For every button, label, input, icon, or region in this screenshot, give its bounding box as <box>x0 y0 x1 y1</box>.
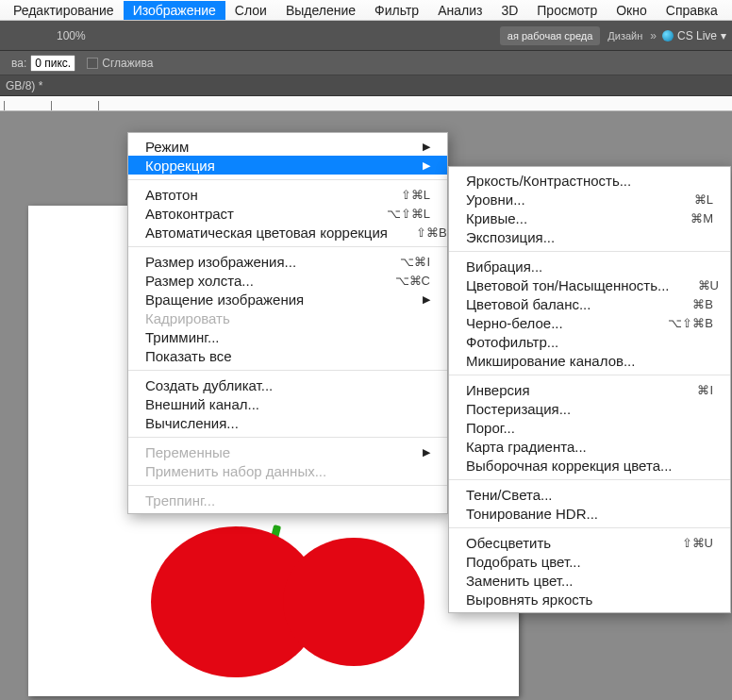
menu-image-item[interactable]: Коррекция▶ <box>128 156 447 175</box>
menu-item-9[interactable]: Справка <box>657 1 727 20</box>
menu-item-shortcut: ⌥⇧⌘B <box>668 316 713 330</box>
antialias-label: Сглажива <box>102 57 153 70</box>
submenu-adjustments-item[interactable]: Яркость/Контрастность... <box>449 171 730 190</box>
menu-image-item[interactable]: Создать дубликат... <box>128 375 447 394</box>
workspace-design[interactable]: Дизайн <box>607 30 642 42</box>
menu-item-label: Яркость/Контрастность... <box>466 173 713 189</box>
menu-item-shortcut: ⌘M <box>690 211 713 225</box>
menu-item-label: Режим <box>145 139 423 155</box>
submenu-adjustments-item[interactable]: Тени/Света... <box>449 485 730 504</box>
cs-live-button[interactable]: CS Live▾ <box>662 29 726 42</box>
menu-item-label: Автотон <box>145 187 373 203</box>
chevrons-icon[interactable]: » <box>650 29 657 42</box>
workspace: Режим▶Коррекция▶Автотон⇧⌘LАвтоконтраст⌥⇧… <box>0 111 732 700</box>
submenu-adjustments-item[interactable]: Инверсия⌘I <box>449 380 730 399</box>
menu-item-label: Создать дубликат... <box>145 377 430 393</box>
menu-item-label: Показать все <box>145 348 430 364</box>
submenu-arrow-icon: ▶ <box>423 293 430 306</box>
menu-item-3[interactable]: Выделение <box>276 1 365 20</box>
menu-item-label: Порог... <box>466 420 713 436</box>
menu-item-shortcut: ⌘U <box>698 278 719 292</box>
menu-item-shortcut: ⇧⌘U <box>682 536 713 550</box>
submenu-arrow-icon: ▶ <box>423 141 430 153</box>
menu-item-6[interactable]: 3D <box>491 1 527 20</box>
submenu-adjustments-item[interactable]: Экспозиция... <box>449 227 730 246</box>
submenu-adjustments-item[interactable]: Выборочная коррекция цвета... <box>449 456 730 475</box>
menu-item-2[interactable]: Слои <box>225 1 276 20</box>
submenu-adjustments-item[interactable]: Микширование каналов... <box>449 351 730 370</box>
options-bar: ва: Сглажива <box>0 51 732 75</box>
submenu-adjustments-item[interactable]: Фотофильтр... <box>449 332 730 351</box>
antialias-checkbox[interactable] <box>87 58 98 69</box>
submenu-adjustments-item[interactable]: Кривые...⌘M <box>449 208 730 227</box>
menu-item-8[interactable]: Окно <box>607 1 657 20</box>
cs-live-icon <box>662 30 674 42</box>
menu-image-item[interactable]: Показать все <box>128 346 447 365</box>
submenu-adjustments-item[interactable]: Черно-белое...⌥⇧⌘B <box>449 313 730 332</box>
submenu-adjustments-item[interactable]: Цветовой тон/Насыщенность...⌘U <box>449 275 730 294</box>
menu-image-separator <box>128 437 447 438</box>
menu-item-label: Вибрация... <box>466 258 713 275</box>
submenu-adjustments: Яркость/Контрастность...Уровни...⌘LКривы… <box>448 166 731 613</box>
menu-item-label: Размер изображения... <box>145 254 372 270</box>
menu-image-item[interactable]: Размер изображения...⌥⌘I <box>128 252 447 271</box>
menu-item-shortcut: ⌥⌘C <box>395 274 430 288</box>
menu-image-item[interactable]: Автотон⇧⌘L <box>128 185 447 204</box>
menu-item-1[interactable]: Изображение <box>124 1 225 20</box>
submenu-adjustments-item[interactable]: Тонирование HDR... <box>449 504 730 523</box>
menu-image-item: Применить набор данных... <box>128 461 447 480</box>
menu-item-label: Микширование каналов... <box>466 353 713 369</box>
menu-item-label: Внешний канал... <box>145 396 430 412</box>
document-tabbar: GB/8) * <box>0 75 732 96</box>
submenu-adjustments-item[interactable]: Заменить цвет... <box>449 571 730 590</box>
menu-item-7[interactable]: Просмотр <box>527 1 607 20</box>
menu-image-item[interactable]: Режим▶ <box>128 137 447 156</box>
menu-image-separator <box>128 370 447 371</box>
submenu-adjustments-item[interactable]: Цветовой баланс...⌘B <box>449 294 730 313</box>
zoom-level[interactable]: 100% <box>57 29 86 42</box>
menu-image-item[interactable]: Автоконтраст⌥⇧⌘L <box>128 204 447 223</box>
menu-item-label: Переменные <box>145 444 423 460</box>
submenu-arrow-icon: ▶ <box>423 446 430 458</box>
menu-item-shortcut: ⌘L <box>694 192 713 207</box>
cs-live-label: CS Live <box>677 29 717 42</box>
menu-item-label: Обесцветить <box>466 535 654 551</box>
menu-item-5[interactable]: Анализ <box>428 1 491 20</box>
menu-item-label: Постеризация... <box>466 401 713 417</box>
menu-image-item[interactable]: Внешний канал... <box>128 394 447 413</box>
menubar: РедактированиеИзображениеСлоиВыделениеФи… <box>0 0 732 21</box>
menu-item-0[interactable]: Редактирование <box>4 1 124 20</box>
menu-item-label: Цветовой тон/Насыщенность... <box>466 277 670 293</box>
submenu-adjustments-item[interactable]: Выровнять яркость <box>449 590 730 608</box>
submenu-adjustments-item[interactable]: Обесцветить⇧⌘U <box>449 533 730 552</box>
menu-image-item[interactable]: Размер холста...⌥⌘C <box>128 271 447 290</box>
menu-item-label: Выборочная коррекция цвета... <box>466 458 713 474</box>
menu-item-label: Заменить цвет... <box>466 573 713 589</box>
submenu-adjustments-separator <box>449 251 730 252</box>
submenu-adjustments-item[interactable]: Подобрать цвет... <box>449 552 730 571</box>
app-toolbar: 100% ая рабочая среда Дизайн » CS Live▾ <box>0 21 732 51</box>
workspace-selector[interactable]: ая рабочая среда <box>500 26 600 45</box>
menu-item-label: Коррекция <box>145 158 423 174</box>
menu-item-shortcut: ⌘I <box>697 383 713 397</box>
menu-item-label: Экспозиция... <box>466 229 713 245</box>
submenu-arrow-icon: ▶ <box>423 159 430 172</box>
submenu-adjustments-item[interactable]: Вибрация... <box>449 257 730 275</box>
menu-image-item[interactable]: Вычисления... <box>128 413 447 432</box>
menu-item-label: Кривые... <box>466 210 662 226</box>
menu-item-shortcut: ⇧⌘L <box>401 188 430 202</box>
document-tab[interactable]: GB/8) * <box>6 79 42 92</box>
menu-item-4[interactable]: Фильтр <box>365 1 428 20</box>
menu-item-label: Фотофильтр... <box>466 334 713 350</box>
menu-item-label: Применить набор данных... <box>145 463 430 479</box>
menu-image-item[interactable]: Тримминг... <box>128 327 447 346</box>
submenu-adjustments-item[interactable]: Постеризация... <box>449 399 730 418</box>
submenu-adjustments-item[interactable]: Карта градиента... <box>449 437 730 456</box>
menu-item-label: Треппинг... <box>145 492 430 508</box>
menu-image-item[interactable]: Вращение изображения▶ <box>128 290 447 308</box>
submenu-adjustments-separator <box>449 375 730 375</box>
submenu-adjustments-item[interactable]: Порог... <box>449 418 730 437</box>
submenu-adjustments-item[interactable]: Уровни...⌘L <box>449 190 730 208</box>
menu-image-item[interactable]: Автоматическая цветовая коррекция⇧⌘B <box>128 223 447 242</box>
feather-input[interactable] <box>30 55 75 72</box>
